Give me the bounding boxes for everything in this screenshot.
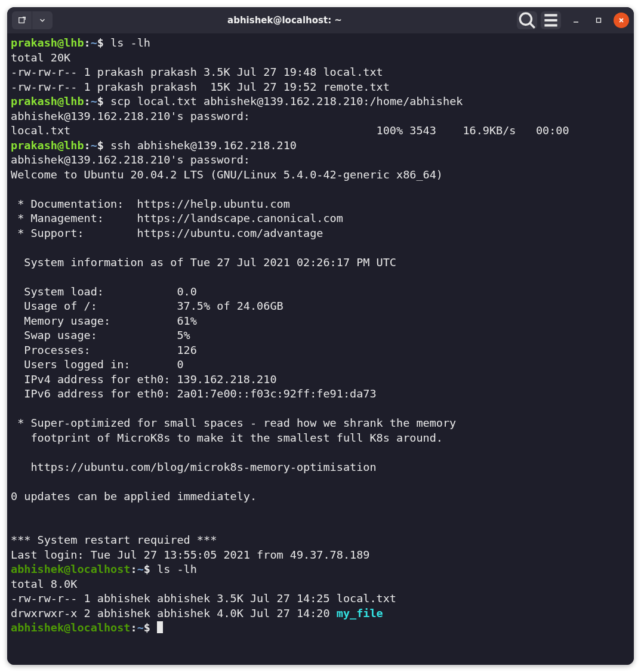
output-line: -rw-rw-r-- 1 prakash prakash 3.5K Jul 27… <box>11 66 383 78</box>
tab-dropdown-button[interactable] <box>32 11 53 29</box>
prompt-path: ~ <box>91 36 97 49</box>
output-line: * Documentation: https://help.ubuntu.com <box>11 198 290 210</box>
prompt-path: ~ <box>91 139 97 152</box>
maximize-icon <box>595 17 602 24</box>
output-line: IPv4 address for eth0: 139.162.218.210 <box>11 373 277 386</box>
output-line: Swap usage: 5% <box>11 329 190 341</box>
titlebar: abhishek@localhost: ~ <box>7 7 634 33</box>
menu-button[interactable] <box>541 11 561 29</box>
command-text: scp local.txt abhishek@139.162.218.210:/… <box>110 95 463 107</box>
output-line: https://ubuntu.com/blog/microk8s-memory-… <box>11 461 377 473</box>
hamburger-icon <box>541 10 561 30</box>
command-text: ssh abhishek@139.162.218.210 <box>110 139 297 152</box>
close-button[interactable] <box>614 13 629 28</box>
output-line: Last login: Tue Jul 27 13:55:05 2021 fro… <box>11 548 369 561</box>
prompt-path: ~ <box>137 563 144 575</box>
new-tab-button[interactable] <box>12 11 32 29</box>
titlebar-left-group <box>12 11 53 29</box>
output-line: * Support: https://ubuntu.com/advantage <box>11 227 323 239</box>
output-line: -rw-rw-r-- 1 prakash prakash 15K Jul 27 … <box>11 81 390 93</box>
search-button[interactable] <box>517 11 537 29</box>
svg-rect-0 <box>19 18 24 23</box>
prompt-path: ~ <box>91 95 97 107</box>
terminal-body[interactable]: prakash@lhb:~$ ls -lh total 20K -rw-rw-r… <box>7 33 634 665</box>
maximize-button[interactable] <box>591 13 606 28</box>
output-line: abhishek@139.162.218.210's password: <box>11 153 257 166</box>
output-line: IPv6 address for eth0: 2a01:7e00::f03c:9… <box>11 387 377 400</box>
command-text: ls -lh <box>110 36 150 49</box>
prompt-user: abhishek@localhost <box>11 563 130 575</box>
output-line: drwxrwxr-x 2 abhishek abhishek 4.0K Jul … <box>11 607 337 619</box>
output-line: * Super-optimized for small spaces - rea… <box>11 417 456 429</box>
prompt-user: abhishek@localhost <box>11 621 130 634</box>
svg-point-1 <box>520 13 531 24</box>
output-line: Memory usage: 61% <box>11 315 197 327</box>
output-line: System load: 0.0 <box>11 285 197 298</box>
terminal-window: abhishek@localhost: ~ prakash@lhb:~$ ls … <box>7 7 634 665</box>
output-line: *** System restart required *** <box>11 534 217 546</box>
prompt-user: prakash@lhb <box>11 36 84 49</box>
directory-name: my_file <box>337 607 383 619</box>
output-line: total 20K <box>11 51 70 64</box>
svg-rect-2 <box>597 19 601 23</box>
window-title: abhishek@localhost: ~ <box>56 15 513 26</box>
output-line: Processes: 126 <box>11 344 197 356</box>
output-line: local.txt 100% 3543 16.9KB/s 00:00 <box>11 124 569 137</box>
output-line: Welcome to Ubuntu 20.04.2 LTS (GNU/Linux… <box>11 168 443 181</box>
titlebar-right-group <box>517 11 629 29</box>
chevron-down-icon <box>38 16 47 24</box>
prompt-path: ~ <box>137 621 144 634</box>
output-line: Users logged in: 0 <box>11 358 184 371</box>
search-icon <box>517 10 537 30</box>
command-text: ls -lh <box>157 563 197 575</box>
output-line: -rw-rw-r-- 1 abhishek abhishek 3.5K Jul … <box>11 592 396 605</box>
cursor <box>157 621 163 633</box>
output-line: System information as of Tue 27 Jul 2021… <box>11 256 396 269</box>
output-line: * Management: https://landscape.canonica… <box>11 212 343 224</box>
close-icon <box>618 17 625 24</box>
new-tab-icon <box>18 16 26 24</box>
output-line: 0 updates can be applied immediately. <box>11 490 257 503</box>
output-line: abhishek@139.162.218.210's password: <box>11 110 257 122</box>
output-line: Usage of /: 37.5% of 24.06GB <box>11 300 283 312</box>
minimize-icon <box>572 17 580 24</box>
prompt-user: prakash@lhb <box>11 139 84 152</box>
prompt-user: prakash@lhb <box>11 95 84 107</box>
output-line: footprint of MicroK8s to make it the sma… <box>11 431 443 444</box>
output-line: total 8.0K <box>11 578 77 590</box>
minimize-button[interactable] <box>568 13 584 28</box>
